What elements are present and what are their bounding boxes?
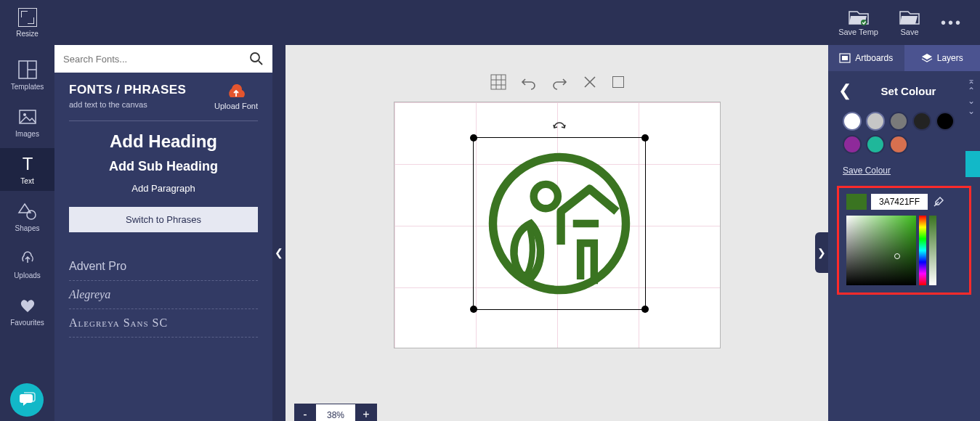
rail-templates-label: Templates bbox=[11, 83, 44, 91]
expand-right-panel-button[interactable]: ❯ bbox=[815, 232, 828, 273]
handle-top-left[interactable] bbox=[470, 134, 477, 142]
canvas-area[interactable]: - 38% + bbox=[286, 45, 828, 421]
save-colour-link[interactable]: Save Colour bbox=[828, 154, 980, 181]
save-button[interactable]: Save bbox=[899, 9, 920, 36]
uploads-icon bbox=[17, 248, 38, 269]
add-subheading-button[interactable]: Add Sub Heading bbox=[69, 159, 258, 174]
swatch-darkgrey[interactable] bbox=[912, 112, 931, 131]
chat-button[interactable] bbox=[10, 383, 44, 417]
svg-point-5 bbox=[23, 113, 26, 116]
rail-text-label: Text bbox=[20, 177, 33, 185]
svg-rect-10 bbox=[491, 75, 506, 89]
resize-label: Resize bbox=[16, 30, 39, 38]
svg-line-9 bbox=[259, 61, 262, 65]
upload-font-button[interactable]: Upload Font bbox=[214, 83, 258, 110]
rail-images[interactable]: Images bbox=[0, 101, 54, 144]
zoom-in-button[interactable]: + bbox=[355, 404, 377, 421]
right-title: Set Colour bbox=[862, 85, 955, 97]
hex-input[interactable] bbox=[871, 194, 928, 210]
search-row bbox=[54, 45, 272, 73]
close-button[interactable] bbox=[582, 74, 598, 90]
folder-temp-icon bbox=[848, 9, 870, 25]
handle-top-right[interactable] bbox=[641, 134, 649, 142]
saturation-value-picker[interactable] bbox=[846, 216, 916, 285]
search-icon[interactable] bbox=[249, 52, 264, 66]
redo-button[interactable] bbox=[551, 74, 567, 90]
colour-swatches bbox=[828, 112, 980, 154]
fonts-heading: FONTS / PHRASES bbox=[69, 83, 186, 97]
swatch-purple[interactable] bbox=[843, 135, 862, 154]
rail-templates[interactable]: Templates bbox=[0, 54, 54, 97]
undo-button[interactable] bbox=[521, 74, 537, 90]
rail-uploads-label: Uploads bbox=[14, 271, 41, 279]
svg-point-18 bbox=[533, 184, 557, 208]
swatch-orange[interactable] bbox=[889, 135, 908, 154]
selection-box[interactable] bbox=[473, 137, 646, 310]
add-paragraph-button[interactable]: Add Paragraph bbox=[69, 183, 258, 194]
swatch-lightgrey[interactable] bbox=[866, 112, 885, 131]
collapse-left-panel-button[interactable]: ❮ bbox=[272, 232, 286, 273]
chevron-top-icon[interactable]: ⌅ bbox=[968, 75, 975, 86]
upload-font-label: Upload Font bbox=[214, 102, 258, 110]
swatch-teal[interactable] bbox=[866, 135, 885, 154]
colour-picker-box bbox=[837, 186, 971, 295]
accent-strip bbox=[965, 151, 980, 177]
zoom-value: 38% bbox=[316, 404, 355, 421]
font-item-alegreya-sans-sc[interactable]: Alegreya Sans SC bbox=[69, 309, 258, 338]
sv-cursor[interactable] bbox=[894, 253, 900, 259]
svg-text:T: T bbox=[22, 154, 33, 173]
rail-favourites-label: Favourites bbox=[10, 319, 44, 327]
right-tabs: Artboards Layers bbox=[828, 45, 980, 71]
more-menu-button[interactable]: ••• bbox=[941, 15, 963, 31]
tab-artboards[interactable]: Artboards bbox=[828, 45, 904, 71]
templates-icon bbox=[17, 60, 38, 80]
font-list: Advent Pro Alegreya Alegreya Sans SC bbox=[69, 253, 258, 338]
rail-favourites[interactable]: Favourites bbox=[0, 290, 54, 332]
handle-bottom-left[interactable] bbox=[470, 306, 477, 313]
swatch-white[interactable] bbox=[843, 112, 862, 131]
tab-layers[interactable]: Layers bbox=[904, 45, 981, 71]
rail-text[interactable]: T Text bbox=[0, 148, 54, 191]
search-input[interactable] bbox=[63, 54, 249, 65]
left-rail: Templates Images T Text Shapes Uploads F… bbox=[0, 45, 54, 421]
add-heading-button[interactable]: Add Heading bbox=[69, 131, 258, 152]
chat-icon bbox=[18, 391, 36, 409]
tab-artboards-label: Artboards bbox=[855, 53, 893, 63]
artboard-select-icon[interactable] bbox=[612, 76, 624, 88]
swatch-grey[interactable] bbox=[889, 112, 908, 131]
handle-bottom-right[interactable] bbox=[641, 306, 649, 313]
chevron-bottom-icon[interactable]: ⌄ bbox=[968, 106, 975, 116]
text-icon: T bbox=[17, 154, 38, 174]
svg-point-7 bbox=[27, 210, 36, 219]
font-item-alegreya[interactable]: Alegreya bbox=[69, 281, 258, 309]
svg-rect-21 bbox=[842, 56, 848, 60]
resize-button[interactable]: Resize bbox=[0, 8, 54, 38]
back-button[interactable]: ❮ bbox=[838, 81, 851, 100]
artboard[interactable] bbox=[394, 102, 721, 348]
hue-slider[interactable] bbox=[919, 216, 926, 285]
folder-icon bbox=[899, 9, 920, 25]
alpha-slider[interactable] bbox=[929, 216, 936, 285]
rail-images-label: Images bbox=[15, 130, 39, 138]
rail-shapes[interactable]: Shapes bbox=[0, 195, 54, 238]
chevron-down-icon[interactable]: ⌄ bbox=[968, 96, 975, 106]
rail-shapes-label: Shapes bbox=[15, 224, 40, 232]
switch-to-phrases-button[interactable]: Switch to Phrases bbox=[69, 207, 258, 232]
fonts-panel-body: FONTS / PHRASES add text to the canvas U… bbox=[54, 73, 272, 421]
save-temp-button[interactable]: Save Temp bbox=[838, 9, 878, 36]
chevron-up-icon[interactable]: ⌃ bbox=[968, 86, 975, 96]
right-panel: Artboards Layers ⌅ ⌃ ⌄ ⌄ ❮ Set Colour Sa… bbox=[828, 45, 980, 421]
save-label: Save bbox=[900, 28, 918, 36]
canvas-logo-shape[interactable] bbox=[484, 148, 635, 299]
grid-toggle-button[interactable] bbox=[490, 74, 506, 90]
current-colour-swatch bbox=[846, 194, 867, 210]
artboards-icon bbox=[839, 53, 851, 63]
resize-icon bbox=[18, 8, 37, 27]
topbar-right: Save Temp Save ••• bbox=[838, 9, 980, 36]
swatch-black[interactable] bbox=[936, 112, 955, 131]
zoom-out-button[interactable]: - bbox=[294, 404, 316, 421]
font-item-advent-pro[interactable]: Advent Pro bbox=[69, 253, 258, 281]
eyedropper-icon[interactable] bbox=[932, 195, 945, 208]
rotate-handle[interactable] bbox=[551, 119, 567, 132]
rail-uploads[interactable]: Uploads bbox=[0, 242, 54, 285]
